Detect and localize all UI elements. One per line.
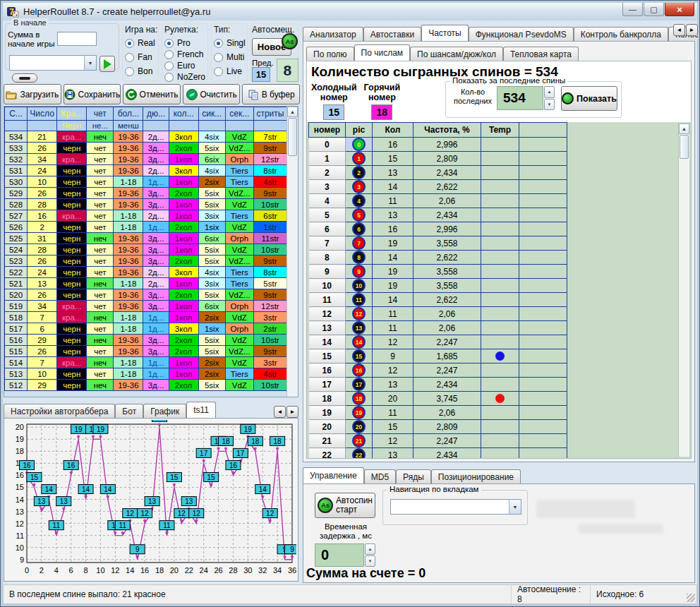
radio-icon[interactable] <box>214 67 223 76</box>
freq-row[interactable]: 1212112,06 <box>309 307 567 321</box>
freq-row[interactable]: 22132,434 <box>309 166 567 180</box>
spins-row[interactable]: 52113черннеч1-182д...1кол3sixTiers5str <box>5 278 287 289</box>
radio-option-singl[interactable]: Singl <box>214 38 246 48</box>
main-tab-3[interactable]: Частоты <box>421 25 469 41</box>
left-tab-1[interactable]: Настройки автограббера <box>4 404 115 418</box>
main-tab-4[interactable]: Функционал PsevdoMS <box>469 27 574 41</box>
scroll-up-icon[interactable]: ▲ <box>287 107 298 117</box>
spins-row[interactable]: 51526чернчет19-363д...2кол5sixVdZ...9str <box>5 346 287 357</box>
minimize-button[interactable]: — <box>622 3 643 16</box>
в буфер-button[interactable]: В буфер <box>242 84 300 104</box>
delay-input[interactable]: 0 <box>315 543 364 567</box>
left-tab-3[interactable]: График <box>143 404 186 418</box>
freq-row[interactable]: 99193,558 <box>309 265 567 279</box>
radio-icon[interactable] <box>164 73 174 82</box>
bottom-tab-4[interactable]: Позиционирование <box>431 469 521 483</box>
count-spin-up-icon[interactable]: ▲ <box>544 86 555 98</box>
radio-icon[interactable] <box>164 50 174 59</box>
start-sum-input[interactable] <box>57 32 97 46</box>
tab-navigation-dropdown-icon[interactable]: ▼ <box>509 500 521 514</box>
freq-row[interactable]: 1616122,247 <box>309 363 567 378</box>
freq-row[interactable]: 2121122,247 <box>309 434 567 448</box>
spins-row[interactable]: 52926чернчет19-363д...2кол5sixVdZ...9str <box>5 188 287 199</box>
radio-icon[interactable] <box>214 53 223 62</box>
radio-option-real[interactable]: Real <box>125 38 157 48</box>
radio-option-fan[interactable]: Fan <box>125 52 157 62</box>
freq-row[interactable]: 2222132,434 <box>309 448 567 459</box>
spins-row[interactable]: 52428чернчет19-363д...1кол5sixVdZ10str <box>5 244 287 256</box>
spins-row[interactable]: 52326чернчет19-363д...2кол5sixVdZ...9str <box>5 256 287 267</box>
freq-row[interactable]: 1818203,745 <box>309 392 567 406</box>
spins-row[interactable]: 52224чернчет19-362д...3кол4sixTiers8str <box>5 267 287 278</box>
preset-combobox[interactable]: ▼ <box>9 55 97 71</box>
freq-row[interactable]: 1717132,434 <box>309 378 567 392</box>
freq-sub-tab-3[interactable]: По шансам/дюж/кол <box>410 47 503 61</box>
bottom-tab-2[interactable]: MD5 <box>364 469 396 483</box>
freq-row[interactable]: 88142,622 <box>309 251 567 265</box>
radio-option-pro[interactable]: Pro <box>164 38 205 48</box>
radio-option-live[interactable]: Live <box>214 66 246 76</box>
spins-row[interactable]: 51629черннеч19-363д...2кол5sixVdZ10str <box>5 335 287 346</box>
spins-row[interactable]: 52716кра...чет1-182д...1кол3sixTiers6str <box>5 210 287 222</box>
radio-option-multi[interactable]: Multi <box>214 52 246 62</box>
spins-row[interactable]: 51229черннеч19-363д...2кол5sixVdZ10str <box>5 380 287 391</box>
bottom-tab-3[interactable]: Ряды <box>396 469 431 483</box>
main-tab-2[interactable]: Автоставки <box>363 27 422 41</box>
play-button[interactable] <box>99 56 115 72</box>
radio-icon[interactable] <box>125 67 134 76</box>
spins-row[interactable]: 5147кра...неч1-181д...1кол2sixVdZ3str <box>5 357 287 368</box>
radio-icon[interactable] <box>164 61 174 71</box>
radio-option-nozero[interactable]: NoZero <box>164 72 205 82</box>
очистить-button[interactable]: Очистить <box>183 84 241 104</box>
left-tab-4[interactable]: ts11 <box>186 402 216 418</box>
scroll-thumb[interactable] <box>288 118 297 156</box>
radio-option-french[interactable]: French <box>164 49 205 59</box>
spins-row[interactable]: 5187кра...неч1-181д...1кол2sixVdZ3str <box>5 312 287 323</box>
left-tab-2[interactable]: Бот <box>115 404 143 418</box>
dash-button[interactable] <box>12 73 37 83</box>
spins-row[interactable]: 51934кра...чет19-363д...1кол6sixOrph12st… <box>5 301 287 312</box>
radio-icon[interactable] <box>125 53 134 62</box>
tab-navigation-combobox[interactable]: ▼ <box>390 499 521 515</box>
resize-grip[interactable] <box>687 594 695 602</box>
freq-row[interactable]: 2020152,809 <box>309 420 567 434</box>
radio-icon[interactable] <box>214 39 223 48</box>
spins-row[interactable]: 5262чернчет1-181д...2кол1sixVdZ1str <box>5 222 287 233</box>
main-tabs-scroll-right-icon[interactable]: ► <box>686 24 698 36</box>
spins-row[interactable]: 53421кра...неч19-362д...3кол4sixVdZ7str <box>5 131 287 143</box>
freq-sub-tab-2[interactable]: По числам <box>354 44 411 61</box>
spins-vertical-scrollbar[interactable]: ▲ <box>286 107 298 397</box>
main-tabs-scroll-left-icon[interactable]: ◄ <box>673 24 685 36</box>
freq-row[interactable]: 1111142,622 <box>309 293 567 307</box>
radio-icon[interactable] <box>164 39 174 48</box>
tabs-scroll-right-icon[interactable]: ► <box>286 406 298 418</box>
title-bar[interactable]: 7 HelperRoullet 8.7 - create helperroull… <box>3 3 697 20</box>
отменить-button[interactable]: Отменить <box>123 84 181 104</box>
freq-row[interactable]: 1414122,247 <box>309 335 567 349</box>
delay-spin-down-icon[interactable]: ▼ <box>365 555 375 567</box>
spins-row[interactable]: 53124чернчет19-362д...3кол4sixTiers8str <box>5 165 287 176</box>
загрузить-button[interactable]: Загрузить <box>4 84 61 104</box>
freq-row[interactable]: 33142,622 <box>309 180 567 194</box>
freq-row[interactable]: 77193,558 <box>309 236 567 251</box>
combobox-dropdown-icon[interactable]: ▼ <box>84 56 96 70</box>
spins-row[interactable]: 52531черннеч19-363д...1кол6sixOrph11str <box>5 233 287 244</box>
autospin-start-button[interactable]: As Автоспинстарт <box>315 493 375 518</box>
maximize-button[interactable]: ▢ <box>644 3 664 16</box>
freq-row[interactable]: 66162,996 <box>309 222 567 236</box>
main-tab-1[interactable]: Анализатор <box>303 27 363 41</box>
tabs-scroll-left-icon[interactable]: ◄ <box>274 406 286 418</box>
freq-row[interactable]: 00162,996 <box>309 138 567 152</box>
freq-sub-tab-1[interactable]: По полю <box>306 47 354 61</box>
freq-scroll-thumb[interactable] <box>680 135 689 159</box>
main-tab-5[interactable]: Контроль банкролла <box>574 27 668 41</box>
freq-row[interactable]: 44112,06 <box>309 194 567 208</box>
сохранить-button[interactable]: Сохранить <box>64 84 121 104</box>
spins-row[interactable]: 53326чернчет19-363д...2кол5sixVdZ...9str <box>5 143 287 154</box>
freq-row[interactable]: 1313112,06 <box>309 321 567 335</box>
close-button[interactable]: × <box>665 3 694 16</box>
bottom-tab-1[interactable]: Управление <box>303 467 364 483</box>
spins-row[interactable]: 53234кра...чет19-363д...1кол6sixOrph12st… <box>5 154 287 165</box>
spins-row[interactable]: 52026чернчет19-363д...2кол5sixVdZ...9str <box>5 289 287 301</box>
last-spins-count-input[interactable]: 534 <box>497 86 543 110</box>
